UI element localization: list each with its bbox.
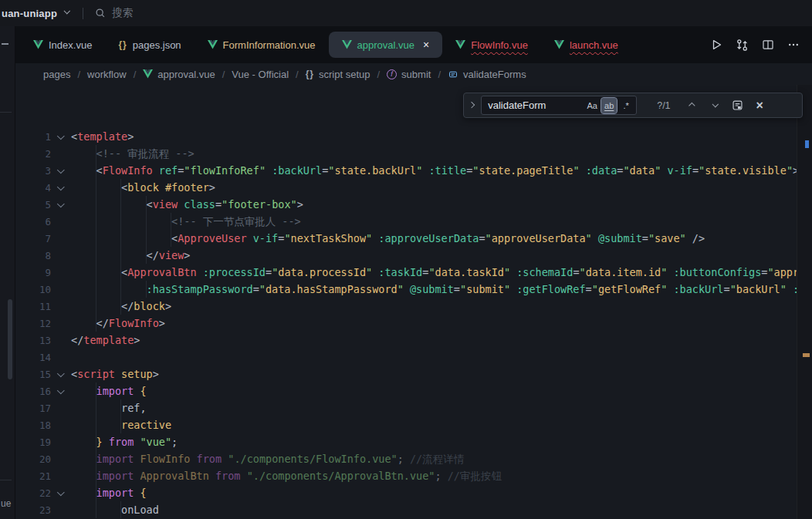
overview-ruler[interactable] [797, 85, 812, 519]
find-in-selection-button[interactable] [729, 97, 746, 114]
tab-FlowInfo.vue[interactable]: FlowInfo.vue [442, 32, 541, 58]
more-actions-button[interactable] [787, 39, 800, 51]
close-icon[interactable]: × [423, 39, 429, 50]
code-line-4[interactable]: 4<block #footer> [15, 179, 812, 196]
code-token [153, 164, 159, 177]
chevron-down-icon[interactable] [56, 488, 64, 496]
tab-FormInformation.vue[interactable]: FormInformation.vue [195, 32, 329, 58]
code-token: " [730, 283, 736, 295]
code-token: :getFlowRef [516, 283, 585, 295]
code-token: block [127, 181, 159, 194]
match-case-button[interactable]: Aa [584, 98, 600, 113]
code-line-17[interactable]: 17ref, [15, 399, 812, 416]
code-line-6[interactable]: 6<!-- 下一节点审批人 --> [15, 213, 812, 230]
line-number: 9 [15, 265, 51, 281]
sidebar-scrollbar-thumb[interactable] [8, 299, 12, 379]
fold-gutter [51, 484, 71, 501]
code-line-22[interactable]: 22import { [15, 484, 812, 501]
code-token: data.item.id [586, 266, 661, 278]
code-line-10[interactable]: 10:hasStampPassword="data.hasStampPasswo… [15, 281, 812, 298]
code-token: onLoad [121, 504, 159, 516]
code-token: > [165, 300, 171, 312]
chevron-down-icon[interactable] [56, 166, 64, 174]
line-number: 22 [15, 485, 51, 502]
breadcrumb-separator: / [222, 69, 225, 80]
line-number: 23 [15, 502, 51, 519]
code-token: setup [121, 368, 153, 380]
code-line-18[interactable]: 18reactive [15, 416, 812, 433]
code-line-11[interactable]: 11</block> [15, 298, 812, 315]
line-number: 7 [15, 231, 51, 248]
chevron-down-icon[interactable] [56, 200, 64, 207]
code-line-14[interactable]: 14 [15, 349, 812, 366]
code-token: :processId [203, 266, 266, 278]
code-line-3[interactable]: 3<FlowInfo ref="flowInfoRef" :backUrl="s… [15, 162, 812, 179]
code-line-7[interactable]: 7<ApproveUser v-if="nextTaskShow" :appro… [15, 230, 812, 247]
global-search-box[interactable]: 搜索 [95, 6, 133, 20]
fold-gutter [51, 366, 71, 383]
sidebar-sliver[interactable]: ue [0, 26, 15, 519]
breadcrumb-item-pages[interactable]: pages [43, 69, 70, 80]
code-line-1[interactable]: 1<template> [15, 128, 812, 145]
code-line-12[interactable]: 12</FlowInfo> [15, 315, 812, 332]
code-token: = [479, 232, 485, 244]
code-token: block [134, 300, 165, 312]
breadcrumb-item-script-setup[interactable]: {}script setup [306, 69, 370, 80]
breadcrumb-item-submit[interactable]: fsubmit [387, 69, 431, 80]
code-token [686, 232, 692, 244]
tab-launch.vue[interactable]: launch.vue [541, 32, 631, 58]
code-line-16[interactable]: 16import { [15, 383, 812, 399]
code-line-15[interactable]: 15<script setup> [15, 366, 812, 383]
code-token: = [692, 164, 699, 177]
next-match-button[interactable] [706, 97, 723, 114]
code-token [787, 283, 793, 295]
code-line-2[interactable]: 2<!-- 审批流程 --> [15, 145, 812, 162]
code-line-9[interactable]: 9<ApprovalBtn :processId="data.processId… [15, 264, 812, 281]
run-button[interactable] [710, 39, 722, 51]
chevron-down-icon[interactable] [56, 386, 64, 394]
code-line-8[interactable]: 8</view> [15, 247, 812, 264]
tab-pages.json[interactable]: {}pages.json [105, 32, 194, 58]
code-line-20[interactable]: 20import FlowInfo from "./components/Flo… [15, 450, 812, 467]
chevron-down-icon[interactable] [56, 183, 64, 190]
code-token [240, 470, 246, 482]
tab-approval.vue[interactable]: approval.vue× [329, 32, 443, 58]
toggle-replace-button[interactable] [469, 103, 474, 107]
code-line-19[interactable]: 19} from "vue"; [15, 433, 812, 450]
breadcrumb-item-approval.vue[interactable]: approval.vue [143, 69, 215, 80]
field-icon [448, 69, 458, 79]
whole-word-button[interactable]: ab [601, 98, 617, 113]
tab-Index.vue[interactable]: Index.vue [20, 32, 105, 58]
find-input[interactable]: validateForm Aa ab .* [481, 96, 637, 115]
find-widget: validateForm Aa ab .* ?/1 × [463, 93, 803, 118]
breadcrumb-label: submit [401, 69, 431, 80]
indent-guides [71, 247, 147, 264]
code-token: nextTaskShow [291, 232, 367, 244]
chevron-down-icon[interactable] [63, 8, 70, 15]
previous-match-button[interactable] [684, 97, 701, 114]
code-token: state.pageTitle [479, 164, 573, 177]
breadcrumb-label: pages [43, 69, 70, 80]
chevron-down-icon[interactable] [56, 369, 64, 377]
breadcrumb-item-workflow[interactable]: workflow [87, 69, 127, 80]
editor-area[interactable]: validateForm Aa ab .* ?/1 × 1<template>2… [15, 85, 812, 519]
code-token: " [460, 283, 466, 295]
code-token: = [253, 283, 259, 295]
code-area[interactable]: 1<template>2<!-- 审批流程 -->3<FlowInfo ref=… [15, 85, 812, 518]
breadcrumb-item-vue---official[interactable]: Vue - Official [232, 69, 289, 80]
code-line-23[interactable]: 23onLoad [15, 501, 812, 518]
split-editor-button[interactable] [762, 39, 774, 51]
close-find-button[interactable]: × [751, 97, 768, 114]
open-changes-button[interactable] [736, 39, 749, 52]
line-number: 21 [15, 468, 51, 485]
indent-guides [71, 162, 96, 179]
chevron-down-icon[interactable] [56, 132, 64, 140]
breadcrumb-item-validateforms[interactable]: validateForms [448, 69, 526, 80]
code-line-13[interactable]: 13</template> [15, 332, 812, 349]
tab-label: FlowInfo.vue [471, 39, 528, 51]
breadcrumb-label: approval.vue [157, 69, 215, 80]
code-line-21[interactable]: 21import ApprovalBtn from "./components/… [15, 467, 812, 484]
code-line-5[interactable]: 5<view class="footer-box"> [15, 196, 812, 213]
regex-button[interactable]: .* [618, 98, 634, 113]
code-token [592, 232, 598, 244]
